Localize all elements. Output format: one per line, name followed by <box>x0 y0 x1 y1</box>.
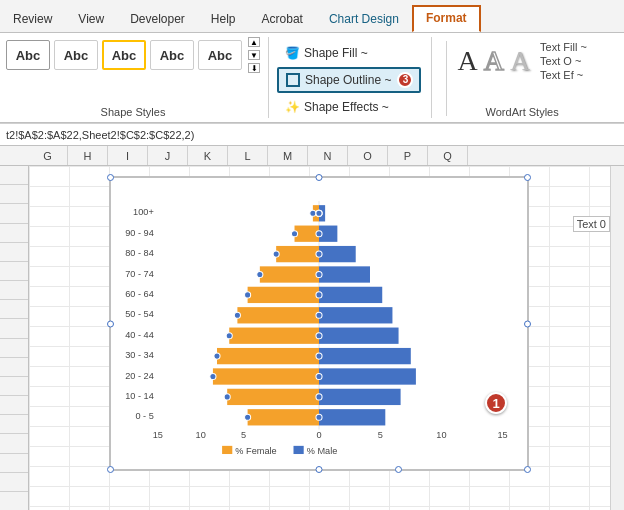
handle-left[interactable] <box>107 320 114 327</box>
svg-rect-0 <box>287 74 299 86</box>
row-headers <box>0 166 29 510</box>
style-btn-3[interactable]: Abc <box>102 40 146 70</box>
svg-point-48 <box>316 333 322 339</box>
col-header-k: K <box>188 146 228 165</box>
shape-styles-group: Abc Abc Abc Abc Abc ▲ ▼ ⬇ Shape Styles <box>6 37 269 118</box>
text0-label: Text 0 <box>573 216 610 232</box>
col-header-p: P <box>388 146 428 165</box>
shape-effects-btn[interactable]: ✨ Shape Effects ~ <box>277 95 421 119</box>
svg-rect-29 <box>319 389 401 405</box>
text-ef-option[interactable]: Text Ef ~ <box>540 69 587 81</box>
svg-point-60 <box>214 353 220 359</box>
svg-rect-41 <box>248 409 319 425</box>
handle-bottom-right[interactable] <box>524 466 531 473</box>
scroll-bar[interactable] <box>610 166 624 510</box>
annotation-1: 1 <box>485 392 507 414</box>
sheet-body: Text 0 100+ 90 - 94 80 - 84 70 - 74 60 -… <box>0 166 624 510</box>
tab-developer[interactable]: Developer <box>117 7 198 32</box>
handle-top-right[interactable] <box>524 174 531 181</box>
style-btn-4[interactable]: Abc <box>150 40 194 70</box>
handle-bottom[interactable] <box>316 466 323 473</box>
row-header-5 <box>0 243 28 262</box>
handle-right[interactable] <box>524 320 531 327</box>
row-header-1 <box>0 166 28 185</box>
shape-outline-btn[interactable]: Shape Outline ~ 3 <box>277 67 421 93</box>
tab-help[interactable]: Help <box>198 7 249 32</box>
svg-rect-22 <box>319 246 356 262</box>
ribbon-content: Abc Abc Abc Abc Abc ▲ ▼ ⬇ Shape Styles 🪣… <box>0 33 624 123</box>
svg-point-52 <box>316 414 322 420</box>
svg-text:% Male: % Male <box>307 446 338 456</box>
style-btn-1[interactable]: Abc <box>6 40 50 70</box>
svg-point-46 <box>316 292 322 298</box>
style-scroll-expand[interactable]: ⬇ <box>248 63 260 73</box>
formula-value: t2!$A$2:$A$22,Sheet2!$C$2:$C$22,2) <box>6 129 194 141</box>
svg-text:5: 5 <box>378 430 383 440</box>
row-header-10 <box>0 339 28 358</box>
shape-styles-row: Abc Abc Abc Abc Abc ▲ ▼ ⬇ <box>6 37 260 73</box>
col-header-n: N <box>308 146 348 165</box>
svg-text:60 - 64: 60 - 64 <box>125 289 154 299</box>
col-header-j: J <box>148 146 188 165</box>
tab-acrobat[interactable]: Acrobat <box>249 7 316 32</box>
ribbon-tabs: Review View Developer Help Acrobat Chart… <box>0 0 624 33</box>
svg-rect-66 <box>222 446 232 454</box>
row-header-4 <box>0 224 28 243</box>
tab-chart-design[interactable]: Chart Design <box>316 7 412 32</box>
svg-point-55 <box>273 251 279 257</box>
svg-point-62 <box>224 394 230 400</box>
svg-rect-38 <box>217 348 319 364</box>
shape-fill-btn[interactable]: 🪣 Shape Fill ~ <box>277 41 421 65</box>
wordart-group: A A A Text Fill ~ Text O ~ Text Ef ~ Wor… <box>453 37 586 118</box>
chart-svg: 100+ 90 - 94 80 - 84 70 - 74 60 - 64 50 … <box>115 186 523 465</box>
shape-outline-icon <box>285 72 301 88</box>
wordart-row: A A A Text Fill ~ Text O ~ Text Ef ~ <box>457 41 586 81</box>
svg-text:10 - 14: 10 - 14 <box>125 391 154 401</box>
col-header-l: L <box>228 146 268 165</box>
svg-rect-23 <box>319 266 370 282</box>
svg-point-45 <box>316 271 322 277</box>
wordart-a-outline[interactable]: A <box>484 47 504 75</box>
svg-point-58 <box>234 312 240 318</box>
svg-text:0: 0 <box>316 430 321 440</box>
svg-rect-35 <box>248 287 319 303</box>
svg-text:0 - 5: 0 - 5 <box>135 411 153 421</box>
col-header-q: Q <box>428 146 468 165</box>
handle-bottom-left[interactable] <box>107 466 114 473</box>
svg-rect-37 <box>229 328 319 344</box>
row-header-18 <box>0 492 28 510</box>
style-scroll-down[interactable]: ▼ <box>248 50 260 60</box>
svg-point-51 <box>316 394 322 400</box>
svg-rect-32 <box>295 226 319 242</box>
svg-rect-24 <box>319 287 382 303</box>
handle-top-left[interactable] <box>107 174 114 181</box>
svg-text:100+: 100+ <box>133 207 154 217</box>
style-btn-2[interactable]: Abc <box>54 40 98 70</box>
text-fill-option[interactable]: Text Fill ~ <box>540 41 587 53</box>
shape-outline-label: Shape Outline ~ <box>305 73 391 87</box>
svg-point-63 <box>245 414 251 420</box>
annotation-badge-3: 3 <box>397 72 413 88</box>
col-headers: G H I J K L M N O P Q <box>0 146 624 166</box>
chart-container[interactable]: 100+ 90 - 94 80 - 84 70 - 74 60 - 64 50 … <box>109 176 529 471</box>
style-btn-5[interactable]: Abc <box>198 40 242 70</box>
svg-point-49 <box>316 353 322 359</box>
svg-point-44 <box>316 251 322 257</box>
svg-text:10: 10 <box>196 430 206 440</box>
shape-fill-icon: 🪣 <box>284 45 300 61</box>
handle-top[interactable] <box>316 174 323 181</box>
wordart-a-shadow[interactable]: A <box>510 47 530 75</box>
text-o-option[interactable]: Text O ~ <box>540 55 587 67</box>
wordart-a-solid[interactable]: A <box>457 47 477 75</box>
tab-format[interactable]: Format <box>412 5 481 32</box>
col-header-h: H <box>68 146 108 165</box>
svg-text:90 - 94: 90 - 94 <box>125 228 154 238</box>
svg-text:% Female: % Female <box>235 446 276 456</box>
row-header-6 <box>0 262 28 281</box>
style-scroll-up[interactable]: ▲ <box>248 37 260 47</box>
spreadsheet: G H I J K L M N O P Q <box>0 146 624 510</box>
svg-text:50 - 54: 50 - 54 <box>125 309 154 319</box>
tab-view[interactable]: View <box>65 7 117 32</box>
svg-rect-27 <box>319 348 411 364</box>
tab-review[interactable]: Review <box>0 7 65 32</box>
